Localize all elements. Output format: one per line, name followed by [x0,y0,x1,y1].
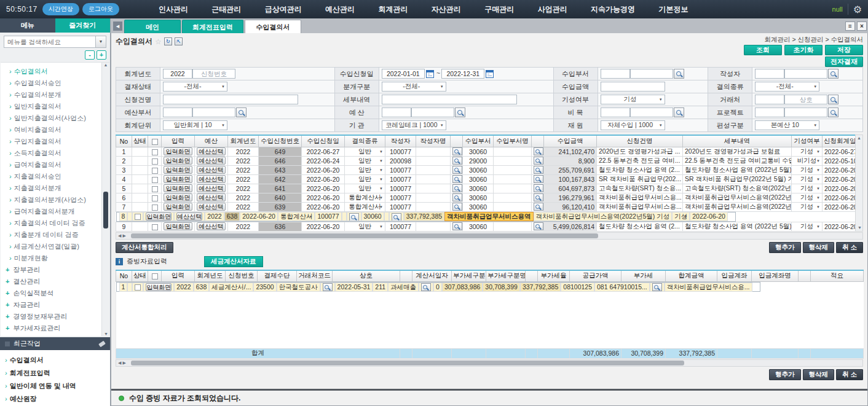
search-icon[interactable] [452,222,462,230]
row-checkbox[interactable] [152,177,158,183]
tab-list-icon[interactable]: ≡ [845,21,855,31]
sidebar-item[interactable]: ›수입결의서승인 [9,77,109,89]
search-icon[interactable] [674,69,684,79]
recent-work-item[interactable]: ›예산원장 [5,392,110,405]
sidebar-item[interactable]: ›일반지출결의서(사업소) [9,112,109,124]
input-screen-button[interactable]: 입력화면 [146,213,172,221]
sidebar-item[interactable]: +손익실적분석 [6,287,109,299]
search-icon[interactable] [534,184,543,192]
document-tab[interactable]: 수입결의서 [245,20,301,33]
table-row[interactable]: 3입력화면예산선택20226432022-06-20일반▼10007730060… [116,165,856,174]
input-screen-button[interactable]: 입력화면 [164,222,192,230]
search-icon[interactable] [534,147,543,155]
sidebar-item[interactable]: ›수입결의서분개 [9,89,109,101]
sidebar-item[interactable]: ›구입지출결의서 [9,136,109,147]
resolution-kind-dropdown[interactable]: 일반▼ [345,174,385,184]
search-icon[interactable] [452,166,462,174]
gisung-dropdown[interactable]: 기성▼ [792,174,823,184]
table-row[interactable]: 9입력화면예산선택20226362022-06-20일반▼10007730060… [116,222,856,231]
budget-select-button[interactable]: 예산선택 [197,147,226,155]
search-icon[interactable] [452,203,462,211]
topbar-menu-item[interactable]: 인사관리 [159,4,188,15]
clear-recent-icon[interactable] [98,340,106,347]
text-input[interactable] [601,69,630,79]
row-checkbox[interactable] [152,205,158,211]
text-input[interactable] [163,107,192,117]
search-icon[interactable] [828,95,838,104]
collapse-all-button[interactable]: - [85,50,95,60]
text-input[interactable] [382,107,411,117]
gisung-dropdown[interactable]: 기성▼ [792,193,823,202]
sidebar-item[interactable]: ›지출결의서승인 [9,171,109,182]
detail-table-hscroll[interactable]: ◀▶ [116,359,863,367]
favorite-star-icon[interactable]: ☆ [155,37,162,46]
search-icon[interactable] [455,107,465,117]
invoice-merge-button[interactable]: 계산서통합처리 [116,242,173,253]
row-checkbox[interactable] [152,168,158,174]
row-checkbox[interactable] [152,195,158,201]
document-tab[interactable]: 회계전표입력 [182,20,243,33]
text-input[interactable] [163,95,298,104]
add-row-button[interactable]: 행추가 [769,242,801,253]
sidebar-item[interactable]: ›급여지출결의서분개 [9,206,109,217]
text-input[interactable] [755,95,784,104]
text-input[interactable]: 2022-01-01 [382,69,425,79]
detail-delete-row-button[interactable]: 행삭제 [803,369,835,380]
table-row[interactable]: 4입력화면예산선택20226422022-06-20일반▼10007730060… [116,174,856,184]
input-screen-button[interactable]: 입력화면 [164,184,192,192]
resolution-kind-dropdown[interactable]: 일반▼ [345,184,385,193]
row-checkbox[interactable] [135,284,141,291]
sidebar-item[interactable]: ›소득지출결의서 [9,147,109,159]
budget-select-button[interactable]: 예산선택 [176,213,202,221]
select-dropdown[interactable]: 자체수입 | 1000▼ [601,120,665,130]
detail-cancel-button[interactable]: 취 소 [836,369,863,380]
search-icon[interactable] [534,157,543,165]
input-screen-button[interactable]: 입력화면 [146,283,172,291]
tax-invoice-data-button[interactable]: 세금계산서자료 [204,256,263,267]
search-icon[interactable] [452,175,462,183]
popup-icon[interactable]: ⇱ [175,37,183,45]
topbar-menu-item[interactable]: 사업관리 [538,4,567,15]
table-row[interactable]: 5입력화면예산선택20226412022-06-20일반▼10007730060… [116,184,856,193]
extend-time-button[interactable]: 시간연장 [42,3,79,15]
budget-select-button[interactable]: 예산선택 [197,166,226,174]
search-icon[interactable] [452,184,462,192]
sidebar-item[interactable]: +경영정보재무관리 [6,311,109,322]
resolution-kind-dropdown[interactable]: 통합계산서▼ [345,193,385,202]
sidebar-item[interactable]: ›지출분개 데이터 검증 [9,229,109,241]
topbar-menu-item[interactable]: 근태관리 [211,4,241,15]
sidebar-scrollbar[interactable]: ▲▼ [101,63,109,336]
sidebar-tab-menu[interactable]: 메뉴 [0,18,55,33]
resolution-kind-dropdown[interactable]: 일반▼ [345,222,385,231]
select-all-checkbox[interactable] [152,273,158,279]
text-input[interactable] [784,69,827,79]
search-icon[interactable] [534,203,543,211]
search-icon[interactable] [674,107,684,117]
tab-close-icon[interactable]: × [857,21,867,31]
select-all-checkbox[interactable] [152,139,158,145]
select-dropdown[interactable]: 일반회계 | 10▼ [163,120,227,130]
table-row[interactable]: 8입력화면예산선택20226382022-06-20통합계산서▼10007730… [116,212,736,222]
table-row[interactable]: 1입력화면예산선택20226492022-06-27일반▼10007730060… [116,147,856,156]
gisung-dropdown[interactable]: 기성▼ [672,212,690,221]
search-icon[interactable] [452,157,462,165]
input-screen-button[interactable]: 입력화면 [164,175,192,183]
menu-search-input[interactable] [4,36,95,48]
text-input[interactable] [784,107,827,117]
sidebar-item[interactable]: +자금관리 [6,299,109,311]
table-row[interactable]: 7입력화면예산선택20226392022-06-20통합계산서▼10007730… [116,202,856,211]
text-input[interactable]: 2022 [163,69,192,79]
select-dropdown[interactable]: 기성▼ [601,95,665,104]
topbar-menu-item[interactable]: 회계관리 [378,4,408,15]
income-table-vscroll[interactable]: ▲▼ [855,135,863,232]
row-checkbox[interactable] [152,149,158,155]
input-screen-button[interactable]: 입력화면 [164,147,192,155]
search-icon[interactable] [534,193,543,201]
search-icon[interactable] [534,175,543,183]
row-checkbox[interactable] [152,224,158,230]
logout-button[interactable]: 로그아웃 [82,3,119,15]
recent-work-item[interactable]: ›수입결의서 [5,354,110,367]
recent-work-item[interactable]: ›회계전표입력 [5,367,110,380]
budget-select-button[interactable]: 예산선택 [197,222,226,230]
resolution-kind-dropdown[interactable]: 통합계산서▼ [345,202,385,211]
